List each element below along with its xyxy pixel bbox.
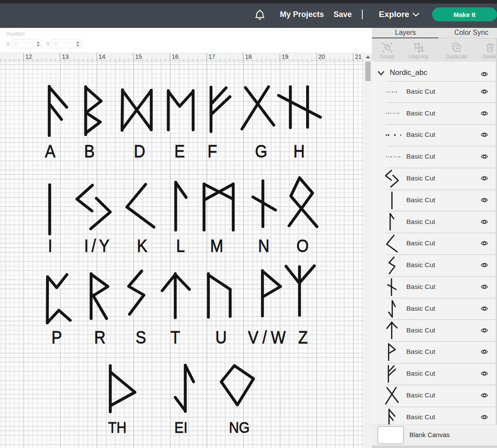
svg-text:15: 15	[135, 53, 142, 60]
svg-text:L: L	[176, 236, 185, 256]
svg-text:13: 13	[62, 53, 69, 60]
svg-text:N: N	[258, 236, 269, 256]
svg-text:14: 14	[99, 53, 106, 60]
svg-text:A: A	[45, 141, 55, 161]
svg-text:S: S	[136, 327, 146, 347]
svg-text:F: F	[208, 141, 217, 161]
svg-text:H: H	[293, 141, 305, 161]
svg-text:17: 17	[208, 53, 215, 60]
svg-text:E: E	[174, 141, 185, 161]
svg-text:16: 16	[172, 53, 179, 60]
svg-text:U: U	[215, 327, 227, 347]
svg-text:I: I	[48, 236, 52, 256]
svg-text:I/Y: I/Y	[84, 236, 112, 256]
svg-text:M: M	[210, 236, 223, 256]
svg-text:K: K	[137, 236, 147, 256]
svg-text:R: R	[94, 327, 106, 347]
svg-text:Z: Z	[298, 327, 308, 347]
svg-text:D: D	[134, 141, 145, 161]
svg-text:T: T	[170, 327, 180, 347]
svg-text:O: O	[296, 236, 309, 256]
svg-text:21: 21	[355, 53, 362, 60]
svg-text:19: 19	[282, 53, 289, 60]
svg-text:B: B	[84, 141, 95, 161]
svg-text:EI: EI	[174, 418, 187, 436]
svg-text:20: 20	[318, 53, 325, 60]
svg-text:V/W: V/W	[248, 327, 290, 347]
svg-text:TH: TH	[108, 418, 126, 436]
svg-text:12: 12	[25, 53, 32, 60]
svg-text:G: G	[255, 141, 267, 161]
svg-text:NG: NG	[229, 418, 250, 436]
svg-text:18: 18	[245, 53, 252, 60]
svg-text:P: P	[51, 327, 62, 347]
